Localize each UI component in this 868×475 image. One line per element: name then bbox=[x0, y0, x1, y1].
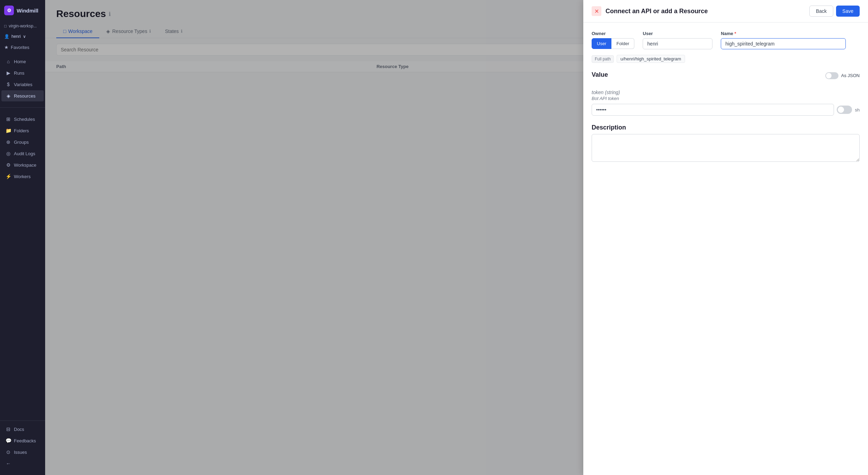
sidebar-divider bbox=[0, 107, 45, 108]
user-label: User bbox=[643, 31, 712, 36]
close-button[interactable]: ✕ bbox=[592, 6, 601, 16]
sidebar-item-label: Feedbacks bbox=[14, 438, 36, 443]
sidebar-item-feedbacks[interactable]: 💬 Feedbacks bbox=[1, 435, 44, 446]
workspace-selector[interactable]: □ virgin-worksp... bbox=[0, 21, 45, 31]
sidebar-item-label: Folders bbox=[14, 128, 29, 133]
secondary-nav: ⊞ Schedules 📁 Folders ⊛ Groups ◎ Audit L… bbox=[0, 110, 45, 185]
user-menu[interactable]: 👤 henri ∨ bbox=[0, 31, 45, 42]
sidebar-item-label: Docs bbox=[14, 427, 24, 432]
panel-title: Connect an API or add a Resource bbox=[606, 8, 708, 15]
sidebar-footer: ⊟ Docs 💬 Feedbacks ⊙ Issues ← bbox=[0, 418, 45, 475]
save-button[interactable]: Save bbox=[836, 6, 860, 17]
workspace-label: virgin-worksp... bbox=[9, 24, 37, 28]
home-icon: ⌂ bbox=[6, 59, 11, 64]
name-input[interactable] bbox=[721, 38, 846, 49]
groups-icon: ⊛ bbox=[6, 139, 11, 145]
owner-folder-button[interactable]: Folder bbox=[611, 38, 634, 49]
sidebar-divider-2 bbox=[0, 420, 45, 421]
workspace-settings-icon: ⚙ bbox=[6, 162, 11, 168]
panel-body: Owner User Folder User Name Full path u/… bbox=[583, 23, 868, 475]
back-button[interactable]: Back bbox=[809, 6, 833, 17]
sidebar-item-label: Variables bbox=[14, 82, 32, 87]
audit-logs-icon: ◎ bbox=[6, 151, 11, 156]
owner-user-button[interactable]: User bbox=[592, 38, 611, 49]
token-show-toggle[interactable] bbox=[837, 106, 852, 114]
user-group: User bbox=[643, 31, 712, 49]
sidebar-item-runs[interactable]: ▶ Runs bbox=[1, 67, 44, 78]
star-icon: ★ bbox=[4, 44, 9, 50]
panel-header: ✕ Connect an API or add a Resource Back … bbox=[583, 0, 868, 23]
sidebar-item-resources[interactable]: ◈ Resources bbox=[1, 90, 44, 101]
owner-buttons: User Folder bbox=[592, 38, 634, 49]
connect-resource-panel: ✕ Connect an API or add a Resource Back … bbox=[583, 0, 868, 475]
value-section-title: Value bbox=[592, 71, 608, 78]
description-section: Description bbox=[592, 124, 860, 163]
collapse-icon: ← bbox=[6, 461, 11, 466]
sidebar-item-label: Schedules bbox=[14, 117, 35, 122]
sidebar-item-docs[interactable]: ⊟ Docs bbox=[1, 424, 44, 435]
sidebar-item-label: Issues bbox=[14, 450, 27, 455]
as-json-toggle[interactable] bbox=[825, 72, 838, 79]
sidebar-item-workspace[interactable]: ⚙ Workspace bbox=[1, 159, 44, 170]
token-description: Bot API token bbox=[592, 96, 860, 101]
collapse-sidebar-button[interactable]: ← bbox=[1, 458, 44, 469]
sidebar: ⚙ Windmill □ virgin-worksp... 👤 henri ∨ … bbox=[0, 0, 45, 475]
sidebar-item-schedules[interactable]: ⊞ Schedules bbox=[1, 114, 44, 125]
main-nav: ⌂ Home ▶ Runs $ Variables ◈ Resources bbox=[0, 53, 45, 105]
resources-icon: ◈ bbox=[6, 93, 11, 99]
name-label: Name bbox=[721, 31, 846, 36]
token-label: token (string) bbox=[592, 90, 860, 95]
sidebar-item-label: Groups bbox=[14, 140, 29, 145]
sidebar-logo[interactable]: ⚙ Windmill bbox=[0, 0, 45, 21]
value-section: Value As JSON token (string) Bot API tok… bbox=[592, 71, 860, 116]
sidebar-item-label: Workspace bbox=[14, 162, 36, 168]
token-input-row: sh bbox=[592, 104, 860, 116]
logo-text: Windmill bbox=[17, 8, 38, 14]
feedbacks-icon: 💬 bbox=[6, 438, 11, 443]
as-json-toggle-row: As JSON bbox=[825, 72, 860, 79]
close-icon: ✕ bbox=[594, 8, 599, 15]
panel-header-actions: Back Save bbox=[809, 6, 860, 17]
workers-icon: ⚡ bbox=[6, 174, 11, 179]
sidebar-item-groups[interactable]: ⊛ Groups bbox=[1, 136, 44, 148]
full-path-row: Full path u/henri/high_spirited_telegram bbox=[592, 55, 860, 63]
favorites-label: Favorites bbox=[11, 45, 29, 50]
sidebar-item-workers[interactable]: ⚡ Workers bbox=[1, 171, 44, 182]
issues-icon: ⊙ bbox=[6, 449, 11, 455]
description-section-title: Description bbox=[592, 124, 860, 131]
token-show-label: sh bbox=[855, 107, 860, 112]
name-group: Name bbox=[721, 31, 846, 49]
docs-icon: ⊟ bbox=[6, 426, 11, 432]
full-path-value: u/henri/high_spirited_telegram bbox=[617, 55, 685, 63]
sidebar-item-label: Audit Logs bbox=[14, 151, 35, 156]
owner-group: Owner User Folder bbox=[592, 31, 634, 49]
token-input[interactable] bbox=[592, 104, 834, 116]
owner-label: Owner bbox=[592, 31, 634, 36]
sidebar-item-home[interactable]: ⌂ Home bbox=[1, 56, 44, 67]
token-name: token bbox=[592, 90, 605, 95]
schedules-icon: ⊞ bbox=[6, 116, 11, 122]
sidebar-item-label: Resources bbox=[14, 93, 35, 99]
runs-icon: ▶ bbox=[6, 70, 11, 76]
logo-icon: ⚙ bbox=[4, 6, 14, 15]
sidebar-item-folders[interactable]: 📁 Folders bbox=[1, 125, 44, 136]
sidebar-item-label: Workers bbox=[14, 174, 31, 179]
sidebar-item-issues[interactable]: ⊙ Issues bbox=[1, 447, 44, 458]
sidebar-item-audit-logs[interactable]: ◎ Audit Logs bbox=[1, 148, 44, 159]
favorites-item[interactable]: ★ Favorites bbox=[0, 42, 45, 53]
user-input[interactable] bbox=[643, 38, 712, 49]
sidebar-item-label: Runs bbox=[14, 70, 24, 76]
token-type: (string) bbox=[605, 90, 620, 95]
token-section: token (string) Bot API token sh bbox=[592, 90, 860, 116]
user-icon: 👤 bbox=[4, 34, 9, 39]
as-json-label: As JSON bbox=[841, 73, 860, 78]
variables-icon: $ bbox=[6, 82, 11, 87]
description-input[interactable] bbox=[592, 134, 860, 162]
chevron-down-icon: ∨ bbox=[23, 34, 26, 39]
user-label: henri bbox=[11, 34, 21, 39]
sidebar-item-label: Home bbox=[14, 59, 26, 64]
workspace-icon: □ bbox=[4, 24, 7, 28]
sidebar-item-variables[interactable]: $ Variables bbox=[1, 79, 44, 90]
folders-icon: 📁 bbox=[6, 128, 11, 133]
panel-header-left: ✕ Connect an API or add a Resource bbox=[592, 6, 708, 16]
